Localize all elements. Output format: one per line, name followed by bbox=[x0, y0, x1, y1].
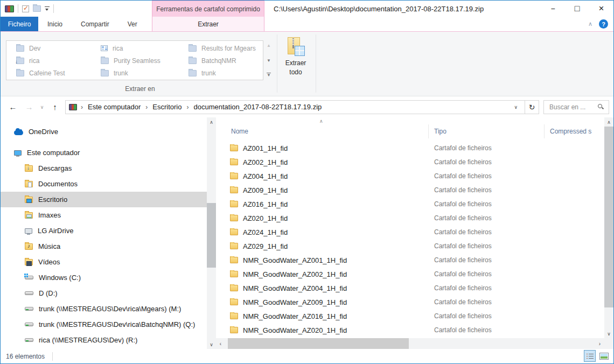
scroll-up-icon[interactable]: ∧ bbox=[604, 117, 613, 127]
table-row[interactable]: AZ001_1H_fid Cartafol de ficheiros bbox=[216, 141, 604, 155]
up-icon[interactable]: ↑ bbox=[47, 102, 63, 111]
horizontal-scrollbar[interactable]: ‹ › bbox=[216, 338, 604, 349]
tab-ficheiro[interactable]: Ficheiro bbox=[1, 17, 38, 31]
folder-download-icon bbox=[25, 165, 33, 172]
folder-icon bbox=[230, 201, 238, 207]
extract-all-button[interactable]: Extraer todo bbox=[280, 35, 311, 93]
recent-locations-icon[interactable]: ∨ bbox=[37, 104, 47, 110]
scrollbar-thumb[interactable] bbox=[604, 127, 613, 307]
table-row[interactable]: NMR_GoodWater_AZ020_1H_fid Cartafol de f… bbox=[216, 323, 604, 337]
sidebar-item-rica-mestreagus-dev-r[interactable]: rica (\\MESTREAGUS\Dev) (R:) bbox=[1, 332, 207, 348]
scrollbar-thumb[interactable] bbox=[207, 203, 216, 268]
thumbnails-view-button[interactable] bbox=[598, 350, 610, 362]
close-button[interactable]: × bbox=[589, 1, 613, 17]
new-folder-icon[interactable] bbox=[33, 5, 41, 12]
quick-access-toolbar bbox=[5, 1, 54, 17]
tab-compartir[interactable]: Compartir bbox=[72, 17, 118, 31]
file-name: AZ020_1H_fid bbox=[243, 214, 288, 222]
sidebar-item-m-sica[interactable]: Música bbox=[1, 239, 207, 254]
destination-item-dev[interactable]: Dev bbox=[16, 42, 101, 54]
search-input[interactable] bbox=[548, 103, 595, 111]
address-bar[interactable]: › Este computador › Escritorio › documen… bbox=[65, 100, 525, 114]
sidebar-item-windows-c[interactable]: Windows (C:) bbox=[1, 270, 207, 285]
refresh-button[interactable]: ↻ bbox=[525, 100, 539, 114]
properties-check-icon[interactable] bbox=[22, 5, 29, 12]
sidebar-item-escritorio[interactable]: Escritorio bbox=[1, 192, 207, 207]
customize-quick-access-icon[interactable] bbox=[45, 6, 50, 11]
table-row[interactable]: AZ016_1H_fid Cartafol de ficheiros bbox=[216, 197, 604, 211]
sidebar-item-d-d[interactable]: D (D:) bbox=[1, 285, 207, 301]
table-row[interactable]: AZ029_1H_fid Cartafol de ficheiros bbox=[216, 239, 604, 253]
column-header-nome[interactable]: Nome bbox=[216, 124, 429, 138]
scroll-up-icon[interactable]: ∧ bbox=[207, 117, 216, 127]
sidebar-item-v-deos[interactable]: Vídeos bbox=[1, 254, 207, 270]
back-icon[interactable]: ← bbox=[5, 102, 21, 111]
table-row[interactable]: AZ004_1H_fid Cartafol de ficheiros bbox=[216, 169, 604, 183]
tab-ver[interactable]: Ver bbox=[118, 17, 146, 31]
scroll-left-icon[interactable]: ‹ bbox=[216, 341, 225, 347]
help-button[interactable]: ? bbox=[599, 19, 608, 29]
file-name: NMR_GoodWater_AZ020_1H_fid bbox=[243, 326, 347, 334]
scroll-down-icon[interactable]: ∨ bbox=[604, 329, 613, 338]
file-name: AZ004_1H_fid bbox=[243, 172, 288, 180]
scroll-up-icon[interactable]: ▲ bbox=[267, 43, 271, 48]
destination-item-trunk[interactable]: trunk bbox=[189, 67, 259, 79]
destination-item-batchqnmr[interactable]: BatchqNMR bbox=[189, 54, 259, 67]
details-view-button[interactable] bbox=[584, 350, 596, 362]
destination-item-purity-seamless[interactable]: Purity Seamless bbox=[101, 54, 189, 67]
sidebar-item-documentos[interactable]: Documentos bbox=[1, 176, 207, 192]
file-type-cell: Cartafol de ficheiros bbox=[429, 284, 545, 292]
drive-net-icon bbox=[25, 323, 33, 326]
breadcrumb-this-pc[interactable]: Este computador bbox=[87, 103, 142, 111]
table-row[interactable]: AZ020_1H_fid Cartafol de ficheiros bbox=[216, 211, 604, 225]
destination-item-rica[interactable]: rica bbox=[16, 54, 101, 67]
destination-item-rica[interactable]: rica bbox=[101, 42, 189, 54]
column-header-tipo[interactable]: Tipo bbox=[429, 124, 545, 138]
breadcrumb-desktop[interactable]: Escritorio bbox=[151, 103, 183, 111]
collapse-ribbon-icon[interactable]: ∧ bbox=[588, 20, 592, 27]
forward-icon[interactable]: → bbox=[21, 102, 37, 111]
scrollbar-thumb[interactable] bbox=[228, 338, 409, 349]
tab-extraer[interactable]: Extraer bbox=[152, 17, 264, 31]
file-name-cell: AZ004_1H_fid bbox=[216, 172, 429, 180]
sidebar-item-lg-airdrive[interactable]: LG AirDrive bbox=[1, 223, 207, 239]
table-row[interactable]: AZ024_1H_fid Cartafol de ficheiros bbox=[216, 225, 604, 239]
view-mode-buttons bbox=[584, 350, 610, 362]
table-row[interactable]: AZ009_1H_fid Cartafol de ficheiros bbox=[216, 183, 604, 197]
scroll-down-icon[interactable]: ▼ bbox=[267, 58, 271, 63]
search-icon[interactable] bbox=[597, 103, 604, 110]
address-dropdown-icon[interactable]: ∨ bbox=[510, 104, 521, 110]
scroll-right-icon[interactable]: › bbox=[595, 341, 604, 347]
sidebar-item-onedrive[interactable]: OneDrive bbox=[1, 124, 207, 139]
tab-inicio[interactable]: Inicio bbox=[38, 17, 72, 31]
column-header-compressed-size[interactable]: Compressed s bbox=[545, 124, 604, 138]
sidebar-item-trunk-mestreagus-dev-rica-mgears-m[interactable]: trunk (\\MESTREAGUS\Dev\rica\Mgears) (M:… bbox=[1, 301, 207, 317]
table-row[interactable]: NMR_GoodWater_AZ009_1H_fid Cartafol de f… bbox=[216, 295, 604, 309]
folder-icon bbox=[230, 229, 238, 235]
sidebar-item-este-computador[interactable]: Este computador bbox=[1, 145, 207, 160]
sidebar-item-trunk-mestreagus-dev-rica-batchqnmr-q[interactable]: trunk (\\MESTREAGUS\Dev\rica\BatchqNMR) … bbox=[1, 317, 207, 332]
scroll-down-icon[interactable]: ∨ bbox=[207, 340, 216, 349]
sidebar-item-imaxes[interactable]: Imaxes bbox=[1, 207, 207, 223]
file-name-cell: AZ002_1H_fid bbox=[216, 158, 429, 166]
table-row[interactable]: NMR_GoodWater_AZ004_1H_fid Cartafol de f… bbox=[216, 281, 604, 295]
table-row[interactable]: NMR_GoodWater_AZ001_1H_fid Cartafol de f… bbox=[216, 253, 604, 267]
computer-icon bbox=[14, 150, 22, 156]
scroll-more-icon[interactable]: ▼ bbox=[267, 73, 271, 78]
scrollbar-track[interactable] bbox=[225, 338, 595, 349]
table-row[interactable]: NMR_GoodWater_AZ016_1H_fid Cartafol de f… bbox=[216, 309, 604, 323]
file-type-cell: Cartafol de ficheiros bbox=[429, 186, 545, 194]
sidebar-item-descargas[interactable]: Descargas bbox=[1, 160, 207, 176]
destination-item-trunk[interactable]: trunk bbox=[101, 67, 189, 79]
destination-label: trunk bbox=[201, 69, 216, 77]
breadcrumb-zip[interactable]: documentation_2017-08-22T18.17.19.zip bbox=[192, 103, 323, 111]
sidebar-scrollbar[interactable]: ∧ ∨ bbox=[207, 117, 216, 349]
destination-item-results-for-mgears[interactable]: Results for Mgears bbox=[189, 42, 259, 54]
table-row[interactable]: AZ002_1H_fid Cartafol de ficheiros bbox=[216, 155, 604, 169]
sidebar-item-label: Documentos bbox=[38, 180, 78, 188]
table-row[interactable]: NMR_GoodWater_AZ002_1H_fid Cartafol de f… bbox=[216, 267, 604, 281]
destination-item-cafeine-test[interactable]: Cafeine Test bbox=[16, 67, 101, 79]
maximize-button[interactable]: □ bbox=[565, 1, 589, 17]
minimize-button[interactable]: − bbox=[541, 1, 565, 17]
list-vertical-scrollbar[interactable]: ∧ ∨ bbox=[604, 117, 613, 349]
